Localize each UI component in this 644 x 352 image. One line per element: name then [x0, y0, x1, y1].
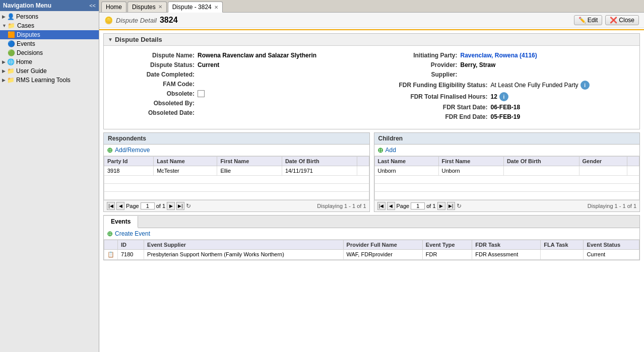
prev-page-button-c[interactable]: ◀ [387, 202, 395, 210]
table-row: 3918 McTester Ellie 14/11/1971 [104, 166, 369, 176]
date-completed-label: Date Completed: [114, 71, 195, 78]
fdr-start-label: FDR Start Date: [377, 104, 488, 111]
page-label: Page [126, 203, 139, 209]
header-actions: ✏️ Edit ❌ Close [574, 15, 639, 25]
page-title-number: 3824 [160, 16, 178, 25]
table-row: 📋 7180 Presbyterian Support Northern (Fa… [104, 250, 639, 260]
children-table: Last Name First Name Date Of Birth Gende… [374, 156, 640, 200]
sidebar-tree: ▶ 👤 Persons ▼ 📁 Cases 🟧 Disputes 🔵 Event… [0, 11, 99, 352]
main-content: Home Disputes ✕ Dispute - 3824 ✕ 🪙 Dispu… [99, 0, 644, 352]
page-label-c: Page [397, 203, 410, 209]
sidebar-item-events[interactable]: 🔵 Events [0, 39, 99, 48]
sidebar: Navigation Menu << ▶ 👤 Persons ▼ 📁 Cases… [0, 0, 99, 352]
tab-dispute-detail[interactable]: Dispute - 3824 ✕ [168, 2, 223, 13]
cell-fla-task [541, 250, 584, 260]
events-tab[interactable]: Events [104, 216, 138, 228]
first-page-button[interactable]: |◀ [107, 202, 115, 210]
respondents-header: Respondents [104, 133, 369, 145]
fdr-hours-label: FDR Total Finalised Hours: [377, 93, 488, 100]
cell-event-type: FDR [422, 250, 472, 260]
initiating-party-value: Ravenclaw, Rowena (4116) [461, 52, 537, 59]
sidebar-item-rms-tools[interactable]: ▶ 📁 RMS Learning Tools [0, 76, 99, 85]
close-x-icon: ❌ [610, 17, 617, 24]
cell-dob: 14/11/1971 [282, 166, 357, 176]
events-icon: 🔵 [7, 40, 15, 47]
sidebar-label-cases: Cases [17, 22, 34, 29]
sidebar-item-home[interactable]: ▶ 🌐 Home [0, 57, 99, 66]
cell-first-name: Ellie [217, 166, 282, 176]
cell-event-id: 7180 [118, 250, 144, 260]
page-number-input-c[interactable] [411, 202, 425, 209]
sidebar-item-persons[interactable]: ▶ 👤 Persons [0, 12, 99, 21]
dispute-form-grid: Dispute Name: Rowena Ravenclaw and Salaz… [109, 50, 634, 125]
table-row: Unborn Unborn [374, 166, 639, 176]
next-page-button[interactable]: ▶ [167, 202, 175, 210]
create-event-icon: ⊕ [107, 230, 113, 238]
col-event-id: ID [118, 240, 144, 250]
add-remove-button[interactable]: Add/Remove [115, 147, 150, 154]
cell-child-first[interactable]: Unborn [438, 166, 503, 176]
create-event-button[interactable]: Create Event [115, 230, 150, 237]
cell-child-action [627, 166, 639, 176]
last-page-button[interactable]: ▶| [176, 202, 184, 210]
fdr-funding-info-button[interactable]: i [581, 81, 590, 90]
col-event-icon [104, 240, 118, 250]
close-button[interactable]: ❌ Close [605, 15, 639, 25]
sidebar-collapse-button[interactable]: << [89, 3, 96, 9]
expand-arrow-cases: ▼ [2, 23, 7, 28]
first-page-button-c[interactable]: |◀ [377, 202, 385, 210]
initiating-party-label: Initiating Party: [377, 52, 458, 59]
sidebar-item-decisions[interactable]: 🟢 Decisions [0, 48, 99, 57]
page-number-input[interactable] [141, 202, 155, 209]
add-remove-icon: ⊕ [107, 146, 113, 154]
events-section: Events ⊕ Create Event ID Event Supplier … [103, 215, 640, 260]
refresh-button-c[interactable]: ↻ [457, 202, 462, 209]
rms-folder-icon: 📁 [7, 77, 15, 84]
add-child-button[interactable]: Add [385, 147, 396, 154]
tab-dispute-detail-close[interactable]: ✕ [214, 5, 218, 10]
event-row-icon: 📋 [107, 251, 114, 257]
tab-disputes-label: Disputes [132, 4, 156, 11]
page-of: of 1 [156, 203, 165, 209]
edit-button[interactable]: ✏️ Edit [574, 15, 603, 25]
next-page-button-c[interactable]: ▶ [437, 202, 445, 210]
obsolete-checkbox[interactable] [198, 90, 205, 97]
cell-child-dob [503, 166, 579, 176]
col-last-name-c: Last Name [374, 157, 438, 166]
table-row-empty-3 [374, 192, 639, 200]
fam-code-label: FAM Code: [114, 81, 195, 88]
fdr-hours-info-button[interactable]: i [499, 92, 508, 101]
children-header: Children [374, 133, 640, 145]
fdr-hours-row: FDR Total Finalised Hours: 12 i [377, 92, 630, 101]
tab-disputes[interactable]: Disputes ✕ [127, 2, 167, 12]
last-page-button-c[interactable]: ▶| [447, 202, 455, 210]
fdr-funding-row: FDR Funding Eligibility Status: At Least… [377, 81, 630, 90]
sidebar-item-user-guide[interactable]: ▶ 📁 User Guide [0, 66, 99, 76]
cell-child-last[interactable]: Unborn [374, 166, 438, 176]
obsolete-label: Obsolete: [114, 90, 195, 97]
tab-disputes-close[interactable]: ✕ [158, 4, 162, 10]
sidebar-item-cases[interactable]: ▼ 📁 Cases [0, 21, 99, 30]
dispute-status-value: Current [198, 61, 219, 68]
section-header-dispute[interactable]: ▼ Dispute Details [104, 34, 639, 46]
add-child-icon: ⊕ [377, 146, 383, 154]
events-tabs: Events [104, 216, 639, 228]
sidebar-label-persons: Persons [16, 13, 38, 20]
events-tab-label: Events [111, 218, 131, 225]
section-body-dispute: Dispute Name: Rowena Ravenclaw and Salaz… [104, 46, 639, 129]
table-row-empty-2 [374, 184, 639, 192]
page-title-area: 🪙 Dispute Detail 3824 [104, 16, 178, 25]
cell-last-name: McTester [154, 166, 217, 176]
page-body: 🪙 Dispute Detail 3824 ✏️ Edit ❌ Close [99, 13, 644, 352]
fdr-end-row: FDR End Date: 05-FEB-19 [377, 113, 630, 120]
sidebar-item-disputes[interactable]: 🟧 Disputes [0, 30, 99, 39]
page-of-c: of 1 [426, 203, 435, 209]
decisions-icon: 🟢 [7, 49, 15, 56]
dispute-status-label: Dispute Status: [114, 61, 195, 68]
col-actions-r [357, 157, 369, 166]
dispute-name-row: Dispute Name: Rowena Ravenclaw and Salaz… [114, 52, 367, 59]
prev-page-button[interactable]: ◀ [116, 202, 124, 210]
tab-home[interactable]: Home [101, 2, 126, 12]
respondents-toolbar: ⊕ Add/Remove [104, 145, 369, 156]
refresh-button[interactable]: ↻ [186, 202, 191, 209]
